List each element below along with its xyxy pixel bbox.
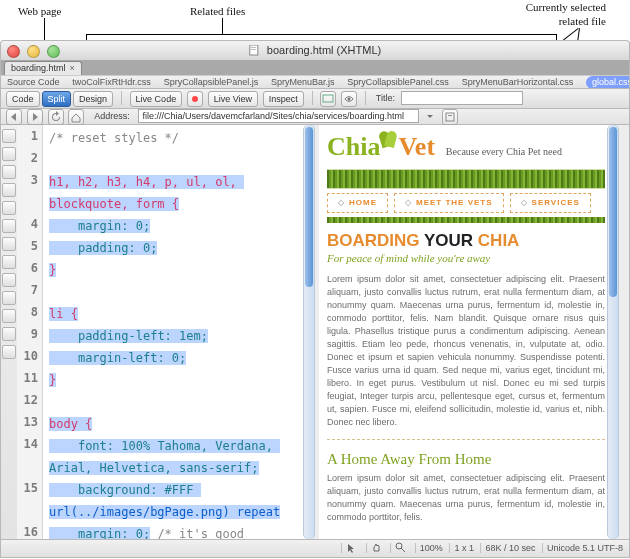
related-file-4[interactable]: SpryCollapsiblePanel.css	[347, 76, 449, 89]
status-zoom[interactable]: 100%	[415, 543, 443, 553]
code-editor[interactable]: /* reset styles */ h1, h2, h3, h4, p, ul…	[43, 125, 311, 539]
document-toolbar: CodeSplitDesign Live Code Live View Insp…	[0, 89, 630, 109]
line-number-gutter: 123 4567891011121314 15 16	[17, 125, 43, 539]
title-input[interactable]	[401, 91, 523, 105]
view-design-button[interactable]: Design	[73, 91, 113, 107]
nav-item-vets[interactable]: ◇MEET THE VETS	[394, 193, 504, 213]
status-hand[interactable]	[366, 543, 384, 553]
code-tool-icon[interactable]	[2, 147, 16, 161]
address-dropdown-icon[interactable]	[423, 109, 437, 123]
related-file-source[interactable]: Source Code	[7, 76, 60, 89]
scrollbar-thumb[interactable]	[609, 127, 617, 297]
svg-rect-8	[448, 115, 452, 116]
nav-item-services[interactable]: ◇SERVICES	[510, 193, 591, 213]
annotation-selected-1: Currently selected	[526, 0, 606, 14]
code-tool-icon[interactable]	[2, 183, 16, 197]
view-split-button[interactable]: Split	[42, 91, 72, 107]
hedge-decoration	[327, 169, 605, 189]
traffic-lights	[7, 45, 64, 60]
code-scrollbar[interactable]	[303, 125, 315, 539]
home-icon[interactable]	[68, 109, 84, 125]
title-label: Title:	[376, 89, 395, 107]
window-titlebar: boarding.html (XHTML)	[0, 40, 630, 60]
status-zoom-tool[interactable]	[390, 543, 408, 553]
multiscreen-icon[interactable]	[320, 91, 336, 107]
inspect-button[interactable]: Inspect	[263, 91, 304, 107]
document-icon	[249, 45, 260, 56]
svg-line-10	[401, 548, 405, 552]
code-tool-icon[interactable]	[2, 273, 16, 287]
separator	[312, 91, 313, 105]
code-tool-icon[interactable]	[2, 309, 16, 323]
preview-paragraph: Lorem ipsum dolor sit amet, consectetuer…	[319, 468, 613, 528]
annotation-web-page: Web page	[18, 4, 61, 18]
code-tool-icon[interactable]	[2, 201, 16, 215]
address-field[interactable]: file:///Chia/Users/davemcfarland/Sites/c…	[138, 109, 419, 123]
close-tab-icon[interactable]: ×	[70, 63, 75, 73]
preview-header: ChiaVet Because every Chia Pet need	[319, 125, 613, 165]
site-logo: ChiaVet	[327, 132, 435, 161]
tab-label: boarding.html	[11, 63, 66, 73]
svg-point-4	[192, 96, 198, 102]
address-label: Address:	[94, 109, 130, 124]
preview-h2: A Home Away From Home	[319, 446, 613, 468]
leader-related-v	[222, 18, 223, 34]
annotation-selected-2: related file	[559, 14, 606, 28]
address-toolbar: Address: file:///Chia/Users/davemcfarlan…	[0, 109, 630, 125]
file-tab-strip: boarding.html×	[0, 60, 630, 75]
svg-rect-7	[446, 113, 454, 121]
preview-h1: BOARDING YOUR CHIA	[319, 223, 613, 251]
separator	[121, 91, 122, 105]
preview-nav: ◇HOME ◇MEET THE VETS ◇SERVICES	[319, 189, 613, 217]
related-file-3[interactable]: SpryMenuBar.js	[271, 76, 335, 89]
code-tool-icon[interactable]	[2, 129, 16, 143]
minimize-icon[interactable]	[27, 45, 40, 58]
live-preview-pane: ChiaVet Because every Chia Pet need ◇HOM…	[319, 125, 613, 539]
nav-item-home[interactable]: ◇HOME	[327, 193, 388, 213]
code-tool-icon[interactable]	[2, 291, 16, 305]
related-file-5[interactable]: SpryMenuBarHorizontal.css	[462, 76, 574, 89]
scrollbar-thumb[interactable]	[305, 127, 313, 287]
related-file-selected[interactable]: global.css	[586, 76, 630, 89]
site-tagline: Because every Chia Pet need	[446, 146, 562, 157]
code-tool-icon[interactable]	[2, 237, 16, 251]
file-manage-icon[interactable]	[442, 109, 458, 125]
workspace: 123 4567891011121314 15 16 /* reset styl…	[0, 125, 630, 540]
related-files-bar: Source Code twoColFixRtHdr.css SpryColla…	[0, 75, 630, 89]
visual-aids-icon[interactable]	[341, 91, 357, 107]
refresh-icon[interactable]	[48, 109, 64, 125]
separator	[365, 91, 366, 105]
code-tool-icon[interactable]	[2, 219, 16, 233]
svg-rect-1	[251, 47, 256, 48]
close-icon[interactable]	[7, 45, 20, 58]
related-file-1[interactable]: twoColFixRtHdr.css	[72, 76, 151, 89]
preview-subtitle: For peace of mind while you're away	[319, 251, 613, 269]
back-icon[interactable]	[6, 109, 22, 125]
view-code-button[interactable]: Code	[6, 91, 40, 107]
forward-icon[interactable]	[27, 109, 43, 125]
status-pointer[interactable]	[341, 543, 359, 553]
status-encoding[interactable]: Unicode 5.1 UTF-8	[542, 543, 623, 553]
annotation-related-files: Related files	[190, 4, 245, 18]
leaf-icon	[378, 131, 398, 149]
related-file-2[interactable]: SpryCollapsiblePanel.js	[164, 76, 259, 89]
code-tool-icon[interactable]	[2, 165, 16, 179]
svg-point-6	[348, 98, 351, 101]
status-dimensions[interactable]: 1 x 1	[449, 543, 474, 553]
svg-rect-5	[323, 95, 333, 102]
code-tool-icon[interactable]	[2, 255, 16, 269]
live-view-button[interactable]: Live View	[208, 91, 258, 107]
zoom-icon[interactable]	[47, 45, 60, 58]
window-title: boarding.html (XHTML)	[249, 44, 381, 56]
svg-rect-2	[251, 49, 256, 50]
live-code-indicator-icon[interactable]	[187, 91, 203, 107]
preview-scrollbar[interactable]	[607, 125, 619, 539]
tab-boarding[interactable]: boarding.html×	[4, 61, 82, 76]
code-tool-icon[interactable]	[2, 327, 16, 341]
status-bar: 100% 1 x 1 68K / 10 sec Unicode 5.1 UTF-…	[0, 540, 630, 558]
divider	[327, 439, 605, 440]
leader-related-h	[86, 34, 556, 35]
code-tool-icon[interactable]	[2, 345, 16, 359]
status-size: 68K / 10 sec	[480, 543, 535, 553]
live-code-button[interactable]: Live Code	[130, 91, 183, 107]
